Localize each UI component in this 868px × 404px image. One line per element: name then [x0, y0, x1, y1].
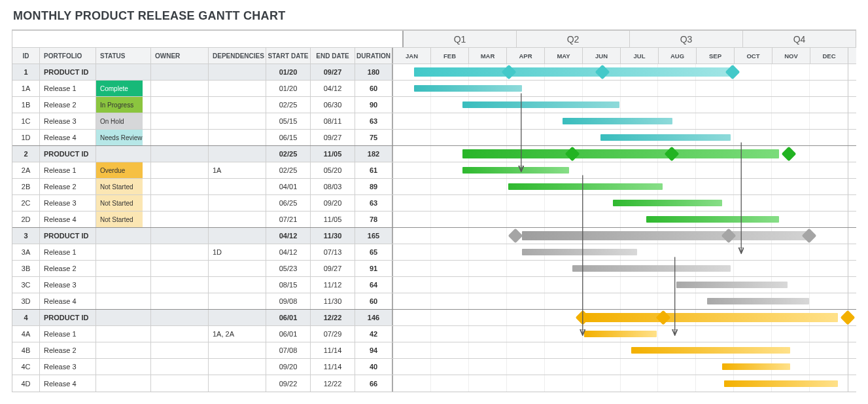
cell-dependencies [209, 130, 266, 145]
cell-start-date: 01/20 [266, 64, 311, 80]
task-row[interactable]: 3BRelease 205/2309/2791 [12, 261, 856, 277]
task-row[interactable]: 2BRelease 2Not Started04/0108/0389 [12, 179, 856, 195]
cell-status: Complete [96, 81, 151, 96]
status-chip[interactable]: In Progress [96, 97, 143, 113]
product-row[interactable]: 2PRODUCT ID02/2511/05182 [12, 146, 856, 162]
cell-dependencies [209, 359, 266, 375]
cell-id: 3D [12, 293, 40, 309]
cell-dependencies [209, 211, 266, 227]
task-row[interactable]: 2CRelease 3Not Started06/2509/2063 [12, 195, 856, 211]
task-row[interactable]: 1CRelease 3On Hold05/1508/1163 [12, 113, 856, 130]
gantt-bar[interactable] [522, 249, 637, 255]
task-row[interactable]: 4DRelease 409/2212/2266 [12, 375, 856, 392]
status-chip[interactable]: Not Started [96, 179, 143, 194]
task-row[interactable]: 4ARelease 11A, 2A06/0107/2942 [12, 326, 856, 342]
timeline-cell [393, 211, 848, 227]
cell-status [96, 342, 151, 358]
month-oct: OCT [735, 48, 773, 64]
col-start-date[interactable]: START DATE [266, 48, 311, 64]
gantt-bar[interactable] [462, 101, 619, 108]
month-may: MAY [545, 48, 583, 64]
col-owner[interactable]: OWNER [151, 48, 209, 64]
cell-status: Overdue [96, 162, 151, 178]
cell-owner [151, 342, 209, 358]
status-chip[interactable]: Not Started [96, 211, 143, 227]
cell-portfolio: Release 3 [40, 359, 96, 375]
gantt-bar[interactable] [414, 85, 522, 92]
task-row[interactable]: 1DRelease 4Needs Review06/1509/2775 [12, 130, 856, 146]
cell-portfolio: Release 3 [40, 277, 96, 293]
cell-dependencies [209, 97, 266, 113]
task-row[interactable]: 3DRelease 409/0811/3060 [12, 293, 856, 310]
timeline-cell [393, 326, 848, 342]
col-duration[interactable]: DURATION [355, 48, 393, 64]
status-chip[interactable]: On Hold [96, 113, 143, 129]
quarter-q4: Q4 [743, 31, 856, 47]
cell-portfolio: Release 3 [40, 195, 96, 211]
cell-duration: 42 [355, 326, 393, 342]
col-dependencies[interactable]: DEPENDENCIES [209, 48, 266, 64]
task-row[interactable]: 4CRelease 309/2011/1440 [12, 359, 856, 375]
cell-dependencies: 1A [209, 162, 266, 178]
task-row[interactable]: 3CRelease 308/1511/1264 [12, 277, 856, 293]
cell-owner [151, 130, 209, 145]
gantt-bar[interactable] [707, 298, 810, 304]
gantt-bar[interactable] [724, 380, 837, 387]
gantt-bar[interactable] [631, 347, 791, 354]
gantt-bar[interactable] [522, 231, 809, 240]
cell-portfolio: Release 1 [40, 244, 96, 260]
status-chip[interactable]: Complete [96, 81, 143, 96]
timeline-cell [393, 244, 848, 260]
cell-start-date: 04/01 [266, 179, 311, 194]
col-status[interactable]: STATUS [96, 48, 151, 64]
cell-dependencies [209, 293, 266, 309]
product-row[interactable]: 3PRODUCT ID04/1211/30165 [12, 228, 856, 244]
cell-end-date: 11/30 [311, 228, 355, 244]
cell-id: 4C [12, 359, 40, 375]
gantt-bar[interactable] [508, 183, 663, 190]
cell-id: 4 [12, 310, 40, 325]
task-row[interactable]: 1ARelease 1Complete01/2004/1260 [12, 81, 856, 97]
cell-duration: 65 [355, 244, 393, 260]
cell-portfolio: PRODUCT ID [40, 64, 96, 80]
product-row[interactable]: 4PRODUCT ID06/0112/22146 [12, 310, 856, 326]
cell-status [96, 244, 151, 260]
task-row[interactable]: 2ARelease 1Overdue1A02/2505/2061 [12, 162, 856, 179]
gantt-bar[interactable] [646, 216, 778, 223]
gantt-bar[interactable] [584, 331, 657, 337]
page-title: MONTHLY PRODUCT RELEASE GANTT CHART [13, 9, 856, 23]
cell-status [96, 64, 151, 80]
task-row[interactable]: 4BRelease 207/0811/1494 [12, 342, 856, 359]
cell-status [96, 261, 151, 276]
cell-id: 1B [12, 97, 40, 113]
gantt-bar[interactable] [722, 363, 790, 370]
cell-status [96, 359, 151, 375]
gantt-bar[interactable] [613, 200, 721, 206]
gantt-bar[interactable] [584, 313, 838, 322]
col-end-date[interactable]: END DATE [311, 48, 355, 64]
task-row[interactable]: 3ARelease 11D04/1207/1365 [12, 244, 856, 261]
gantt-bar[interactable] [572, 265, 731, 272]
gantt-bar[interactable] [414, 67, 731, 77]
gantt-bar[interactable] [462, 149, 779, 158]
cell-duration: 63 [355, 113, 393, 129]
status-chip[interactable]: Not Started [96, 195, 143, 211]
gantt-bar[interactable] [462, 167, 568, 174]
col-portfolio[interactable]: PORTFOLIO [40, 48, 96, 64]
gantt-bar[interactable] [676, 282, 788, 288]
cell-id: 4D [12, 375, 40, 392]
task-row[interactable]: 2DRelease 4Not Started07/2111/0578 [12, 211, 856, 228]
cell-end-date: 08/03 [311, 179, 355, 194]
gantt-bar[interactable] [600, 134, 731, 141]
cell-duration: 60 [355, 293, 393, 309]
cell-id: 2 [12, 146, 40, 162]
timeline-cell [393, 195, 848, 211]
status-chip[interactable]: Needs Review [96, 130, 143, 145]
status-chip[interactable]: Overdue [96, 162, 143, 178]
task-row[interactable]: 1BRelease 2In Progress02/2506/3090 [12, 97, 856, 113]
col-id[interactable]: ID [12, 48, 40, 64]
cell-start-date: 09/22 [266, 375, 311, 392]
timeline-cell [393, 162, 848, 178]
product-row[interactable]: 1PRODUCT ID01/2009/27180 [12, 64, 856, 81]
gantt-bar[interactable] [563, 118, 672, 124]
